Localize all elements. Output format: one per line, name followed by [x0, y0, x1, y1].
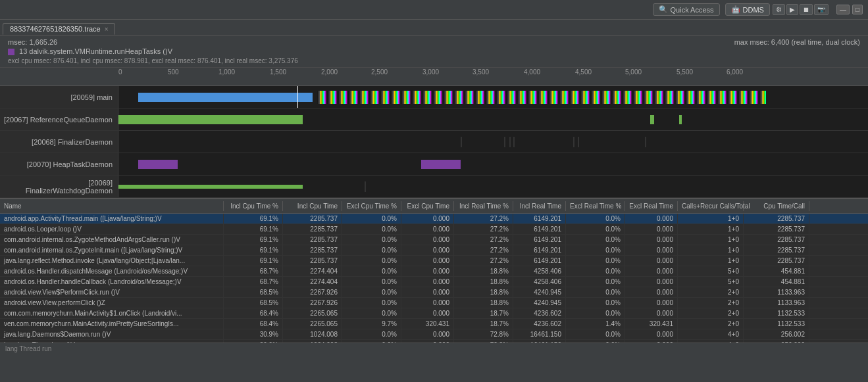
th-cputime-per-call[interactable]: Cpu Time/Call: [744, 201, 809, 211]
table-cell: 0.000: [401, 287, 454, 297]
infobar-right: max msec: 6,400 (real time, dual clock): [734, 38, 860, 46]
th-calls[interactable]: Calls+Recur Calls/Total: [678, 201, 744, 211]
table-cell: 30.9%: [224, 329, 283, 339]
table-row[interactable]: java.lang.reflect.Method.invoke (Ljava/l…: [0, 256, 868, 266]
table-cell: 1132.533: [744, 319, 809, 329]
table-cell: 2+0: [678, 319, 744, 329]
table-cell: 2285.737: [744, 214, 809, 224]
table-cell: 1024.008: [283, 329, 342, 339]
table-cell: 0.000: [401, 266, 454, 276]
table-row[interactable]: android.view.View.performClick ()Z68.5%2…: [0, 298, 868, 308]
table-cell: 69.1%: [224, 224, 283, 234]
method-color-box: [8, 49, 14, 55]
cursor-line-main: [297, 86, 298, 108]
toolbar-icon-2[interactable]: ▶: [786, 4, 798, 15]
table-cell: 0.0%: [566, 224, 625, 234]
toolbar-icon-3[interactable]: ⏹: [800, 4, 813, 15]
table-cell: 0.000: [401, 224, 454, 234]
table-cell: 0.000: [401, 277, 454, 287]
threads-container: [20059] main [20067] ReferenceQueueDaemo…: [0, 86, 868, 198]
table-cell: 69.1%: [224, 235, 283, 245]
table-row[interactable]: android.view.View$PerformClick.run ()V68…: [0, 287, 868, 298]
th-excl-real-time[interactable]: Excl Real Time: [625, 201, 678, 211]
table-cell: 2285.737: [744, 245, 809, 255]
thread-track-main[interactable]: [118, 86, 868, 108]
table-row[interactable]: com.android.internal.os.ZygoteInit.main …: [0, 245, 868, 256]
table-cell: 0.000: [625, 224, 678, 234]
quick-access-input[interactable]: 🔍 Quick Access: [653, 3, 720, 16]
table-cell: 1.4%: [566, 319, 625, 329]
thread-label-main: [20059] main: [0, 86, 118, 108]
ddms-button[interactable]: 🤖 DDMS: [725, 3, 770, 16]
thread-track-watchdog[interactable]: [118, 176, 868, 197]
trace-tab[interactable]: 883374627651826350.trace ×: [3, 23, 115, 35]
table-cell: com.com.memorychurn.MainActivity$1.onCli…: [0, 308, 224, 318]
thread-row-reference: [20067] ReferenceQueueDaemon: [0, 108, 868, 131]
table-cell: 2267.926: [283, 298, 342, 308]
table-cell: 2285.737: [744, 235, 809, 245]
table-cell: 72.8%: [454, 329, 513, 339]
tick-2000: 2,000: [321, 68, 338, 76]
table-cell: java.lang.Daemons$Daemon.run ()V: [0, 329, 224, 339]
tick-500: 500: [168, 68, 179, 76]
th-incl-cpu-time[interactable]: Incl Cpu Time: [283, 201, 342, 211]
close-icon[interactable]: ×: [105, 26, 109, 33]
table-cell: 2274.404: [283, 277, 342, 287]
thread-label-heap: [20070] HeapTaskDaemon: [0, 153, 118, 175]
table-row[interactable]: android.os.Handler.handleCallback (Landr…: [0, 277, 868, 287]
table-cell: 0.000: [401, 235, 454, 245]
table-cell: 27.2%: [454, 256, 513, 266]
tick-5500: 5,500: [677, 68, 693, 76]
table-cell: 4240.945: [513, 287, 566, 297]
table-body[interactable]: android.app.ActivityThread.main ([Ljava/…: [0, 214, 868, 343]
table-cell: 27.2%: [454, 224, 513, 234]
table-cell: 0.000: [625, 245, 678, 255]
th-excl-cpu-time[interactable]: Excl Cpu Time: [401, 201, 454, 211]
thread-track-reference[interactable]: [118, 108, 868, 130]
toolbar-icon-1[interactable]: ⚙: [773, 4, 785, 15]
table-row[interactable]: com.com.memorychurn.MainActivity$1.onCli…: [0, 308, 868, 319]
table-cell: 0.000: [625, 214, 678, 224]
bottom-panel: Name Incl Cpu Time % Incl Cpu Time Excl …: [0, 198, 868, 343]
minimize-button[interactable]: —: [836, 5, 850, 14]
table-row[interactable]: android.os.Handler.dispatchMessage (Land…: [0, 266, 868, 277]
th-excl-cpu-pct[interactable]: Excl Cpu Time %: [342, 201, 401, 211]
table-cell: 2285.737: [744, 224, 809, 234]
th-excl-real-pct[interactable]: Excl Real Time %: [566, 201, 625, 211]
th-incl-real-time[interactable]: Incl Real Time: [513, 201, 566, 211]
thread-track-finalizer[interactable]: [118, 131, 868, 153]
toolbar-icon-4[interactable]: 📷: [814, 4, 829, 15]
maximize-button[interactable]: □: [852, 5, 863, 14]
table-row[interactable]: android.app.ActivityThread.main ([Ljava/…: [0, 214, 868, 224]
table-cell: 0.0%: [342, 329, 401, 339]
table-cell: 4+0: [678, 329, 744, 339]
thread-track-heap[interactable]: [118, 153, 868, 175]
table-cell: android.view.View.performClick ()Z: [0, 298, 224, 308]
table-cell: 0.000: [401, 329, 454, 339]
table-row[interactable]: ven.com.memorychurn.MainActivity.imPrett…: [0, 319, 868, 329]
table-row[interactable]: com.android.internal.os.ZygoteMethodAndA…: [0, 235, 868, 245]
infobar-msec-label: msec: 1,665.26: [8, 38, 57, 46]
table-row[interactable]: android.os.Looper.loop ()V69.1%2285.7370…: [0, 224, 868, 235]
table-cell: 2285.737: [283, 224, 342, 234]
table-cell: 0.000: [625, 329, 678, 339]
table-cell: 0.0%: [566, 287, 625, 297]
table-cell: 2274.404: [283, 266, 342, 276]
table-cell: 0.0%: [566, 266, 625, 276]
table-cell: 0.0%: [342, 224, 401, 234]
table-cell: 69.1%: [224, 256, 283, 266]
th-incl-cpu-pct[interactable]: Incl Cpu Time %: [224, 201, 283, 211]
table-cell: 1+0: [678, 256, 744, 266]
table-row[interactable]: java.lang.Daemons$Daemon.run ()V30.9%102…: [0, 329, 868, 340]
tabbar: 883374627651826350.trace ×: [0, 20, 868, 36]
table-cell: 4236.602: [513, 319, 566, 329]
th-incl-real-pct[interactable]: Incl Real Time %: [454, 201, 513, 211]
table-cell: 0.0%: [342, 256, 401, 266]
max-msec-label: max msec: 6,400 (real time, dual clock): [734, 38, 860, 46]
finalizer-bar-6: [578, 137, 579, 147]
tick-4500: 4,500: [575, 68, 592, 76]
table-cell: 0.0%: [566, 308, 625, 318]
table-cell: 1133.963: [744, 287, 809, 297]
thread-label-reference: [20067] ReferenceQueueDaemon: [0, 108, 118, 130]
table-cell: 18.7%: [454, 308, 513, 318]
